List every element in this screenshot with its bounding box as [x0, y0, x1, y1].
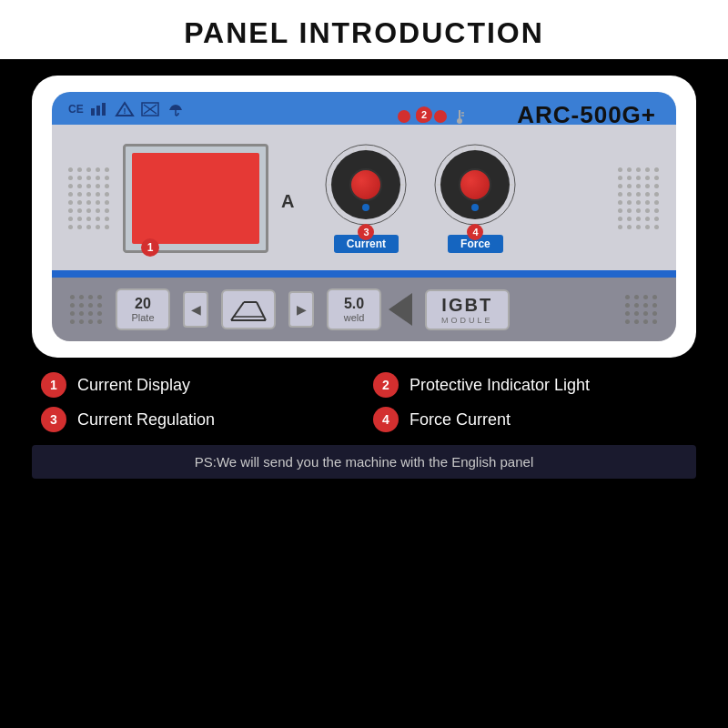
legend-num-2: 2	[373, 372, 399, 398]
screen-label: A	[281, 191, 294, 212]
dots-right-pattern	[618, 167, 660, 229]
plate-sub: Plate	[131, 312, 154, 323]
legend-text-2: Protective Indicator Light	[410, 376, 590, 395]
blue-separator	[52, 270, 676, 278]
indicator-badge: 2	[416, 106, 432, 123]
ce-icon: CE	[68, 103, 84, 116]
plate-box: 20 Plate	[116, 288, 170, 330]
welding-symbol	[228, 295, 269, 324]
current-label-container: 3 Current	[334, 231, 399, 253]
current-knob[interactable]: 2 4 5 6 7 8 9	[325, 144, 407, 226]
screen-badge: 1	[141, 238, 159, 257]
ps-text: PS:We will send you the machine with the…	[50, 454, 678, 470]
bar-chart-icon	[89, 101, 109, 117]
screen-red-area: 1	[132, 153, 259, 244]
force-knob[interactable]: 2 4 5 6 7 8 9	[434, 144, 516, 226]
nav-arrow-left[interactable]: ◀	[183, 291, 208, 328]
panel-wrapper: CE !	[32, 76, 696, 358]
knobs-area: 2 4 5 6 7 8 9	[325, 144, 516, 253]
weld-sub: weld	[344, 312, 365, 323]
svg-point-33	[362, 204, 369, 211]
force-label-container: 4 Force	[448, 231, 503, 253]
igbt-main-text: IGBT	[441, 295, 492, 316]
welding-icon-box	[221, 289, 276, 329]
weld-value-box: 5.0 weld	[327, 288, 412, 330]
dot-red-1	[398, 110, 410, 123]
force-knob-unit: 2 4 5 6 7 8 9	[434, 144, 516, 253]
force-knob-badge: 4	[467, 224, 483, 240]
panel-middle: 1 A	[52, 125, 676, 270]
svg-point-10	[457, 118, 462, 124]
cert-icons: CE !	[68, 101, 186, 117]
current-knob-unit: 2 4 5 6 7 8 9	[325, 144, 407, 253]
x-warning-icon	[140, 101, 160, 117]
bottom-dots-left	[70, 295, 103, 324]
legend-text-3: Current Regulation	[77, 410, 215, 430]
display-screen: 1	[123, 144, 268, 253]
svg-text:!: !	[123, 106, 126, 116]
indicator-dots: 2	[398, 108, 467, 125]
legend-num-1: 1	[41, 372, 66, 398]
umbrella-icon	[166, 101, 186, 117]
warning-triangle-icon: !	[115, 101, 135, 117]
legend-text-1: Current Display	[77, 376, 190, 395]
dot-red-3	[434, 110, 447, 123]
temp-icon	[452, 108, 467, 125]
svg-line-58	[257, 302, 266, 320]
igbt-box: IGBT MODULE	[425, 289, 510, 330]
svg-point-54	[471, 204, 479, 211]
igbt-sub-text: MODULE	[441, 316, 493, 325]
legend-item-4: 4 Force Current	[373, 407, 687, 432]
panel-top: CE !	[52, 92, 676, 125]
dots-left-pattern	[68, 167, 110, 229]
ps-note: PS:We will send you the machine with the…	[32, 445, 696, 479]
legend-num-4: 4	[373, 407, 399, 432]
legend-text-4: Force Current	[410, 410, 511, 430]
page-container: PANEL INTRODUCTION CE !	[0, 0, 728, 728]
nav-arrow-right[interactable]: ▶	[288, 291, 314, 328]
bottom-dots-right	[625, 295, 658, 324]
weld-value: 5.0	[344, 296, 364, 312]
main-title: PANEL INTRODUCTION	[0, 16, 728, 50]
triangle-indicator	[389, 293, 412, 326]
svg-rect-1	[96, 106, 100, 116]
title-section: PANEL INTRODUCTION	[0, 0, 728, 59]
legend-item-2: 2 Protective Indicator Light	[373, 372, 687, 398]
legend-item-1: 1 Current Display	[41, 372, 355, 398]
dot-badge-container: 2	[416, 110, 429, 123]
current-knob-badge: 3	[358, 224, 374, 240]
panel-body: CE !	[52, 92, 676, 341]
svg-line-56	[231, 302, 244, 320]
legend-section: 1 Current Display 2 Protective Indicator…	[32, 372, 696, 432]
svg-rect-2	[102, 103, 106, 116]
legend-item-3: 3 Current Regulation	[41, 407, 355, 432]
svg-rect-0	[91, 108, 95, 116]
plate-value: 20	[135, 296, 151, 312]
legend-num-3: 3	[41, 407, 66, 432]
panel-bottom: 20 Plate ◀ ▶	[52, 278, 676, 341]
weld-box: 5.0 weld	[327, 288, 381, 330]
